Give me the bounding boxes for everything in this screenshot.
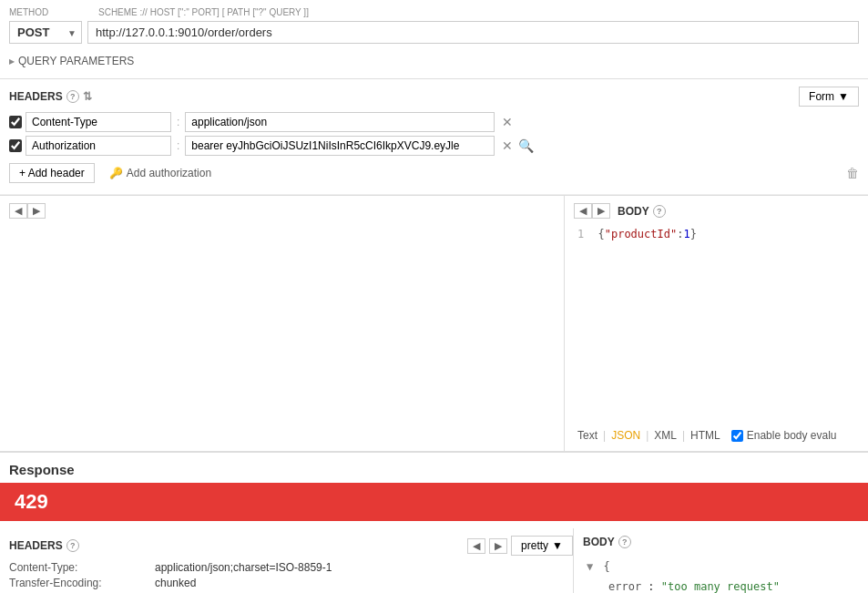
- resp-body-info-icon[interactable]: ?: [618, 536, 631, 548]
- resp-header-row: Transfer-Encoding: chunked: [9, 577, 573, 589]
- url-input[interactable]: [87, 21, 859, 44]
- headers-title-group: HEADERS ? ⇅: [9, 90, 92, 103]
- resp-header-key: Transfer-Encoding:: [9, 577, 155, 589]
- header-1-checkbox[interactable]: [9, 116, 22, 128]
- header-2-actions: ✕ 🔍: [502, 138, 534, 153]
- resp-header-row: Content-Type: application/json;charset=I…: [9, 561, 573, 574]
- left-nav-next[interactable]: ▶: [27, 203, 46, 219]
- resp-headers-panel: HEADERS ? ◀ ▶ pretty ▼ Content-Type: app…: [9, 528, 574, 593]
- url-labels: METHOD SCHEME :// HOST [":" PORT] [ PATH…: [9, 7, 859, 19]
- left-nav: ◀ ▶: [9, 203, 46, 219]
- method-select[interactable]: POST GET PUT DELETE PATCH: [9, 21, 82, 44]
- headers-top: HEADERS ? ⇅ Form ▼: [9, 87, 859, 107]
- header-1-key[interactable]: [26, 112, 171, 132]
- json-key: "productId": [605, 228, 677, 240]
- header-2-value[interactable]: [185, 136, 495, 156]
- resp-nav-next[interactable]: ▶: [489, 538, 507, 554]
- headers-section: HEADERS ? ⇅ Form ▼ : ✕ :: [0, 79, 868, 195]
- line-num: 1: [577, 228, 584, 240]
- body-panel: ◀ ▶ ◀ ▶ BODY ? 1 {"productId":1}: [0, 195, 868, 451]
- header-2-sep: :: [175, 139, 181, 152]
- resp-header-val: chunked: [155, 577, 196, 589]
- add-header-button[interactable]: + Add header: [9, 163, 95, 183]
- tab-json[interactable]: JSON: [608, 427, 644, 444]
- response-body-section: HEADERS ? ◀ ▶ pretty ▼ Content-Type: app…: [0, 521, 868, 593]
- header-2-checkbox[interactable]: [9, 139, 22, 152]
- resp-two-panel: HEADERS ? ◀ ▶ pretty ▼ Content-Type: app…: [9, 528, 859, 593]
- enable-body-checkbox[interactable]: [731, 430, 743, 442]
- resp-headers-top: HEADERS ? ◀ ▶ pretty ▼: [9, 536, 573, 556]
- body-tabs: Text | JSON | XML | HTML Enable body eva…: [574, 427, 837, 444]
- method-label: METHOD: [9, 7, 87, 17]
- tab-html[interactable]: HTML: [687, 427, 724, 444]
- body-info-icon[interactable]: ?: [653, 205, 666, 218]
- header-1-value[interactable]: [185, 112, 495, 132]
- method-wrapper: POST GET PUT DELETE PATCH ▼: [9, 21, 82, 44]
- header-1-sep: :: [175, 116, 181, 128]
- body-code[interactable]: 1 {"productId":1}: [574, 222, 859, 246]
- resp-nav-prev[interactable]: ◀: [467, 538, 485, 554]
- scheme-label: SCHEME :// HOST [":" PORT] [ PATH ["?" Q…: [98, 7, 859, 17]
- headers-label: HEADERS: [9, 90, 63, 103]
- json-value: 1: [683, 228, 689, 240]
- request-section: METHOD SCHEME :// HOST [":" PORT] [ PATH…: [0, 0, 868, 79]
- json-error-value: "too many request": [661, 580, 780, 593]
- response-section: Response 429: [0, 451, 868, 521]
- delete-icon[interactable]: 🗑: [846, 166, 859, 180]
- resp-body-code: ▼ { error : "too many request" }: [583, 554, 850, 593]
- header-2-key[interactable]: [26, 136, 171, 156]
- json-error-key: error: [608, 580, 641, 593]
- query-params-toggle[interactable]: ▶ QUERY PARAMETERS: [9, 51, 859, 71]
- form-button[interactable]: Form ▼: [799, 87, 859, 107]
- response-status-bar: 429: [0, 483, 868, 521]
- headers-sort-icon[interactable]: ⇅: [83, 90, 92, 103]
- body-nav: ◀ ▶ BODY ?: [574, 203, 859, 219]
- left-nav-prev[interactable]: ◀: [9, 203, 27, 219]
- tab-xml[interactable]: XML: [650, 427, 680, 444]
- query-params-triangle-icon: ▶: [9, 57, 15, 66]
- left-panel: ◀ ▶: [0, 196, 565, 451]
- left-panel-header: ◀ ▶: [9, 203, 555, 219]
- resp-body-panel: BODY ? ▼ { error : "too many request" }: [574, 528, 859, 593]
- enable-body-label[interactable]: Enable body evalu: [731, 429, 837, 442]
- form-dropdown-icon: ▼: [838, 90, 849, 103]
- header-2-search-icon[interactable]: 🔍: [518, 138, 534, 153]
- header-row: : ✕: [9, 112, 859, 132]
- header-1-actions: ✕: [502, 115, 513, 129]
- body-nav-prev[interactable]: ◀: [574, 203, 592, 219]
- query-params-label: QUERY PARAMETERS: [18, 55, 134, 67]
- url-row: POST GET PUT DELETE PATCH ▼: [9, 21, 859, 44]
- add-row: + Add header 🔑 Add authorization 🗑: [9, 159, 859, 187]
- resp-headers-label: HEADERS: [9, 539, 63, 552]
- headers-info-icon[interactable]: ?: [66, 90, 79, 103]
- lock-icon: 🔑: [109, 167, 123, 179]
- resp-header-val: application/json;charset=ISO-8859-1: [155, 561, 332, 574]
- resp-headers-title: HEADERS ?: [9, 539, 79, 552]
- header-row: : ✕ 🔍: [9, 136, 859, 156]
- pretty-dropdown-icon: ▼: [552, 539, 563, 552]
- expand-icon[interactable]: ▼: [587, 560, 593, 573]
- right-panel: ◀ ▶ BODY ? 1 {"productId":1} Text | JSON…: [565, 196, 868, 451]
- tab-text[interactable]: Text: [574, 427, 601, 444]
- response-title: Response: [9, 462, 859, 477]
- body-title: BODY ?: [618, 205, 666, 218]
- resp-body-title: BODY ?: [583, 536, 850, 548]
- headers-body-container: HEADERS ? ⇅ Form ▼ : ✕ :: [0, 79, 868, 451]
- json-open-brace: {: [597, 228, 604, 240]
- json-open-brace: {: [603, 560, 609, 573]
- add-auth-button[interactable]: 🔑 Add authorization: [109, 167, 211, 179]
- body-nav-next[interactable]: ▶: [592, 203, 610, 219]
- header-1-clear-icon[interactable]: ✕: [502, 115, 513, 129]
- resp-header-key: Content-Type:: [9, 561, 155, 574]
- response-status-code: 429: [15, 490, 48, 513]
- header-2-clear-icon[interactable]: ✕: [502, 138, 513, 153]
- body-nav-arrows: ◀ ▶: [574, 203, 610, 219]
- pretty-button[interactable]: pretty ▼: [511, 536, 573, 556]
- resp-headers-info-icon[interactable]: ?: [66, 539, 79, 552]
